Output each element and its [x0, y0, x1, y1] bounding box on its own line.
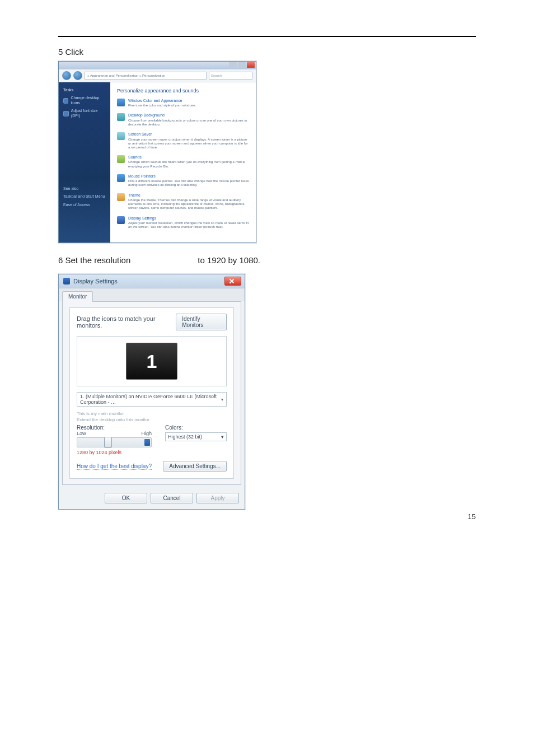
- sidebar-link[interactable]: Change desktop icons: [63, 96, 107, 105]
- window-titlebar: [59, 62, 256, 69]
- item-theme[interactable]: ThemeChange the theme. Themes can change…: [117, 193, 249, 211]
- theme-icon: [117, 193, 125, 201]
- search-input[interactable]: Search: [209, 72, 252, 80]
- ok-button[interactable]: OK: [105, 493, 147, 503]
- sounds-icon: [117, 155, 125, 163]
- close-button[interactable]: [224, 277, 241, 286]
- resolution-slider[interactable]: [77, 437, 152, 447]
- advanced-settings-button[interactable]: Advanced Settings...: [163, 461, 227, 472]
- apply-button: Apply: [196, 493, 239, 503]
- display-icon: [63, 278, 70, 284]
- identify-monitors-button[interactable]: Identify Monitors: [176, 314, 227, 330]
- step-5-text: 5 Click: [58, 47, 476, 57]
- see-also-header: See also: [63, 186, 107, 191]
- sidebar-header: Tasks: [63, 88, 107, 92]
- extend-desktop-checkbox: Extend the desktop onto this monitor: [77, 417, 227, 422]
- monitor-stage[interactable]: 1: [77, 336, 227, 386]
- sidebar-link[interactable]: Adjust font size (DPI): [63, 109, 107, 118]
- folder-icon: [63, 111, 69, 116]
- slider-low-label: Low: [77, 431, 86, 436]
- dialog-title: Display Settings: [73, 278, 118, 284]
- resolution-label: Resolution:: [77, 424, 152, 431]
- slider-thumb[interactable]: [104, 437, 112, 448]
- step-6-text: 6 Set the resolution: [58, 255, 130, 265]
- tab-monitor[interactable]: Monitor: [62, 291, 93, 302]
- tab-strip: Monitor: [59, 288, 245, 301]
- item-window-color[interactable]: Window Color and AppearanceFine tune the…: [117, 99, 249, 108]
- horizontal-rule: [58, 36, 476, 37]
- window-color-icon: [117, 99, 125, 106]
- item-desktop-background[interactable]: Desktop BackgroundChoose from available …: [117, 113, 249, 127]
- display-settings-dialog: Display Settings Monitor Drag the icons …: [58, 274, 245, 510]
- dialog-buttons: OK Cancel Apply: [59, 488, 245, 509]
- colors-dropdown[interactable]: Highest (32 bit)▾: [165, 432, 227, 441]
- sidebar: Tasks Change desktop icons Adjust font s…: [59, 82, 110, 242]
- help-link[interactable]: How do I get the best display?: [77, 463, 152, 470]
- drag-label: Drag the icons to match your monitors.: [77, 315, 176, 329]
- step-6-suffix: to 1920 by 1080.: [198, 255, 260, 265]
- item-screen-saver[interactable]: Screen SaverChange your screen saver or …: [117, 132, 249, 150]
- item-mouse-pointers[interactable]: Mouse PointersPick a different mouse poi…: [117, 174, 249, 188]
- back-button[interactable]: [62, 71, 71, 80]
- tab-panel: Drag the icons to match your monitors. I…: [62, 301, 241, 485]
- cancel-button[interactable]: Cancel: [151, 493, 193, 503]
- resolution-value: 1280 by 1024 pixels: [77, 450, 152, 455]
- desktop-background-icon: [117, 113, 125, 121]
- personalization-window: « Appearance and Personalization » Perso…: [58, 61, 256, 243]
- chevron-down-icon: ▾: [221, 397, 223, 402]
- item-display-settings[interactable]: Display SettingsAdjust your monitor reso…: [117, 216, 249, 230]
- nav-bar: « Appearance and Personalization » Perso…: [59, 69, 256, 82]
- main-panel: Personalize appearance and sounds Window…: [110, 82, 256, 242]
- panel-title: Personalize appearance and sounds: [117, 88, 249, 94]
- dialog-titlebar: Display Settings: [59, 274, 245, 288]
- minimize-button[interactable]: [229, 62, 237, 68]
- see-also-link[interactable]: Ease of Access: [63, 203, 107, 207]
- folder-icon: [63, 98, 68, 104]
- item-sounds[interactable]: SoundsChange which sounds are heard when…: [117, 155, 249, 169]
- window-buttons: [229, 62, 255, 68]
- forward-button[interactable]: [73, 71, 82, 80]
- colors-label: Colors:: [165, 424, 227, 431]
- screen-saver-icon: [117, 132, 125, 140]
- main-monitor-checkbox: This is my main monitor: [77, 411, 227, 416]
- chevron-down-icon: ▾: [221, 434, 224, 440]
- monitor-dropdown[interactable]: 1. (Multiple Monitors) on NVIDIA GeForce…: [77, 392, 227, 407]
- breadcrumb[interactable]: « Appearance and Personalization » Perso…: [85, 72, 207, 80]
- see-also-link[interactable]: Taskbar and Start Menu: [63, 194, 107, 199]
- maximize-button[interactable]: [238, 62, 246, 68]
- monitor-1-icon[interactable]: 1: [126, 343, 177, 380]
- slider-end-icon: [144, 439, 150, 446]
- mouse-pointer-icon: [117, 174, 125, 182]
- page-number: 15: [468, 512, 476, 521]
- slider-high-label: High: [141, 431, 152, 436]
- display-settings-icon: [117, 216, 125, 224]
- close-button[interactable]: [247, 62, 255, 68]
